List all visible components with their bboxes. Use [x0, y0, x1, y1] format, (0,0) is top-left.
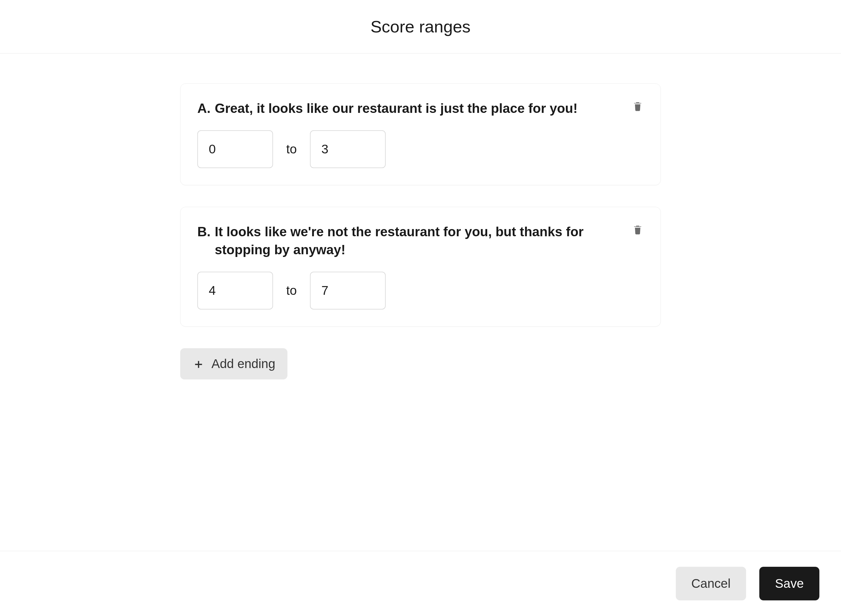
delete-ending-button[interactable]	[632, 101, 644, 114]
ending-card: A. Great, it looks like our restaurant i…	[180, 84, 661, 185]
modal-header: Score ranges	[0, 0, 841, 53]
ending-letter: A.	[197, 99, 210, 117]
range-row: to	[197, 130, 644, 168]
range-from-input[interactable]	[197, 272, 273, 309]
cancel-button[interactable]: Cancel	[676, 567, 746, 600]
modal-footer: Cancel Save	[0, 551, 841, 616]
range-to-input[interactable]	[310, 272, 386, 309]
ending-title: Great, it looks like our restaurant is j…	[215, 99, 578, 117]
ending-header: B. It looks like we're not the restauran…	[197, 223, 644, 258]
add-ending-button[interactable]: ＋ Add ending	[180, 348, 287, 380]
plus-icon: ＋	[192, 358, 205, 370]
ending-header: A. Great, it looks like our restaurant i…	[197, 99, 644, 117]
delete-ending-button[interactable]	[632, 224, 644, 237]
ending-card: B. It looks like we're not the restauran…	[180, 207, 661, 327]
add-ending-label: Add ending	[212, 356, 275, 371]
content-area: A. Great, it looks like our restaurant i…	[0, 53, 841, 551]
range-to-label: to	[286, 283, 297, 298]
save-button[interactable]: Save	[759, 567, 819, 600]
range-to-input[interactable]	[310, 130, 386, 168]
trash-icon	[632, 101, 643, 114]
range-to-label: to	[286, 142, 297, 156]
ending-title: It looks like we're not the restaurant f…	[215, 223, 622, 258]
add-ending-container: ＋ Add ending	[180, 348, 661, 380]
trash-icon	[632, 224, 643, 237]
range-row: to	[197, 272, 644, 309]
page-title: Score ranges	[0, 17, 841, 36]
range-from-input[interactable]	[197, 130, 273, 168]
ending-letter: B.	[197, 223, 210, 241]
